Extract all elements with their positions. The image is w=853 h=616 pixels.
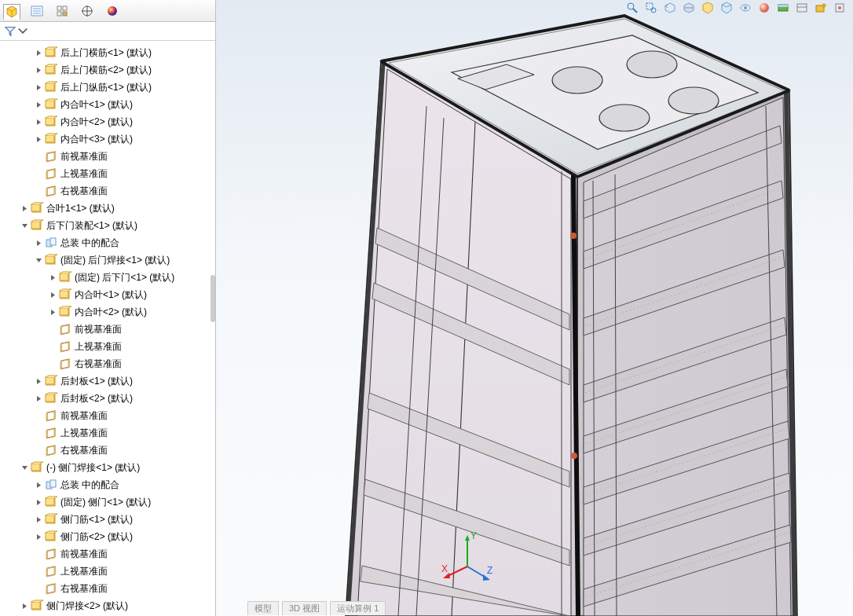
svg-point-127 [599,104,650,131]
expand-icon[interactable] [35,481,43,490]
collapse-icon[interactable] [20,222,29,230]
expand-icon[interactable] [35,377,43,386]
tree-node-label: 侧门焊接<2> (默认) [46,600,128,613]
tree-node[interactable]: (固定) 后下门<1> (默认) [2,269,215,286]
expand-icon[interactable] [49,308,57,317]
svg-marker-84 [37,500,41,505]
tree-node[interactable]: (固定) 后门焊接<1> (默认) [2,251,215,269]
tree-node[interactable]: 前视基准面 [2,321,215,338]
expand-icon[interactable] [35,498,43,507]
orientation-triad[interactable]: Y X Z [440,531,495,586]
tree-node-label: 合叶1<1> (默认) [46,202,115,215]
feature-tree[interactable]: 后上门横筋<1> (默认)后上门横筋<2> (默认)后上门纵筋<1> (默认)内… [0,41,215,616]
svg-marker-54 [51,292,55,298]
expand-icon[interactable] [35,118,43,126]
tree-node[interactable]: 侧门筋<1> (默认) [2,511,215,528]
plane-icon [45,582,57,595]
tree-node[interactable]: 总装 中的配合 [2,234,215,251]
tree-node[interactable]: 上视基准面 [2,165,215,182]
tree-node[interactable]: 后上门纵筋<1> (默认) [2,79,215,96]
tree-node[interactable]: 后下门装配<1> (默认) [2,217,215,234]
tree-node[interactable]: 右视基准面 [2,355,215,372]
part-icon [45,530,57,543]
plane-icon [45,167,57,180]
part-icon [45,392,57,405]
tree-node[interactable]: (-) 侧门焊接<1> (默认) [2,459,215,476]
tree-node[interactable]: 前视基准面 [2,148,215,165]
tree-node[interactable]: 内合叶<2> (默认) [2,303,215,321]
tree-node[interactable]: 内合叶<2> (默认) [2,113,215,130]
expand-icon[interactable] [35,135,43,144]
part-icon [31,202,43,214]
tree-node-label: 上视基准面 [60,565,108,578]
svg-rect-20 [46,66,54,73]
part-icon [31,600,43,612]
configuration-manager-tab[interactable] [53,3,71,19]
bottom-tab-model[interactable]: 模型 [247,601,279,615]
tree-node-label: 内合叶<2> (默认) [60,116,133,129]
filter-row[interactable] [0,22,215,41]
tree-node[interactable]: (固定) 侧门<1> (默认) [2,493,215,511]
tree-node[interactable]: 前视基准面 [2,545,215,563]
expand-icon[interactable] [35,239,43,248]
bottom-tab-3dview[interactable]: 3D 视图 [282,601,327,615]
dimxpert-tab[interactable] [79,3,96,19]
tree-node[interactable]: 右视基准面 [2,182,215,200]
svg-marker-69 [37,396,41,402]
tree-node[interactable]: 后上门横筋<2> (默认) [2,61,215,79]
plane-icon [45,150,57,163]
display-manager-tab[interactable] [104,3,121,19]
svg-marker-165 [465,535,470,541]
tree-node[interactable]: 侧门筋<2> (默认) [2,528,215,545]
tree-node[interactable]: 后封板<1> (默认) [2,372,215,390]
bottom-tab-motion[interactable]: 运动算例 1 [330,601,386,615]
expand-icon[interactable] [49,291,57,299]
svg-marker-78 [22,466,27,470]
graphics-viewport[interactable]: Y X Z 模型 3D 视图 运动算例 1 [216,0,853,616]
tree-node[interactable]: 合叶1<1> (默认) [2,200,215,217]
expand-icon[interactable] [35,515,43,524]
tree-node[interactable]: 上视基准面 [2,338,215,355]
expand-icon[interactable] [35,83,43,92]
collapse-icon[interactable] [35,256,43,265]
expand-icon[interactable] [35,49,43,57]
svg-rect-59 [60,308,68,315]
tree-node[interactable]: 内合叶<1> (默认) [2,286,215,303]
tree-node[interactable]: 前视基准面 [2,407,215,424]
part-icon [45,98,57,111]
part-icon [31,461,43,474]
feature-manager-tab[interactable] [3,4,20,20]
tree-node[interactable]: 上视基准面 [2,563,215,580]
tree-node[interactable]: 右视基准面 [2,442,215,459]
expand-icon[interactable] [49,273,57,282]
svg-marker-21 [37,85,41,90]
part-icon [31,219,43,232]
tree-node-label: (固定) 后门焊接<1> (默认) [60,254,170,267]
tree-node[interactable]: 后封板<2> (默认) [2,390,215,407]
plane-icon [59,323,71,336]
svg-marker-15 [37,50,41,56]
svg-marker-30 [37,137,41,142]
tree-node[interactable]: 右视基准面 [2,580,215,597]
tree-node[interactable]: 内合叶<1> (默认) [2,96,215,113]
expand-icon[interactable] [35,394,43,403]
tree-node[interactable]: 侧门焊接<2> (默认) [2,597,215,614]
property-manager-tab[interactable] [28,3,46,19]
expand-icon[interactable] [20,602,29,610]
plane-icon [59,340,71,353]
svg-rect-89 [46,515,54,522]
expand-icon[interactable] [35,101,43,109]
collapse-icon[interactable] [20,464,29,472]
tree-node[interactable]: 总装 中的配合 [2,476,215,493]
expand-icon[interactable] [20,204,29,213]
svg-rect-71 [46,394,54,402]
tree-node-label: 前视基准面 [60,150,108,163]
tree-node[interactable]: 上视基准面 [2,424,215,442]
tree-node-label: 内合叶<3> (默认) [60,133,133,146]
expand-icon[interactable] [35,66,43,75]
part-icon [45,254,57,266]
tree-node[interactable]: 内合叶<3> (默认) [2,130,215,148]
scrollbar-thumb[interactable] [211,275,215,322]
expand-icon[interactable] [35,533,43,541]
tree-node[interactable]: 后上门横筋<1> (默认) [2,44,215,61]
